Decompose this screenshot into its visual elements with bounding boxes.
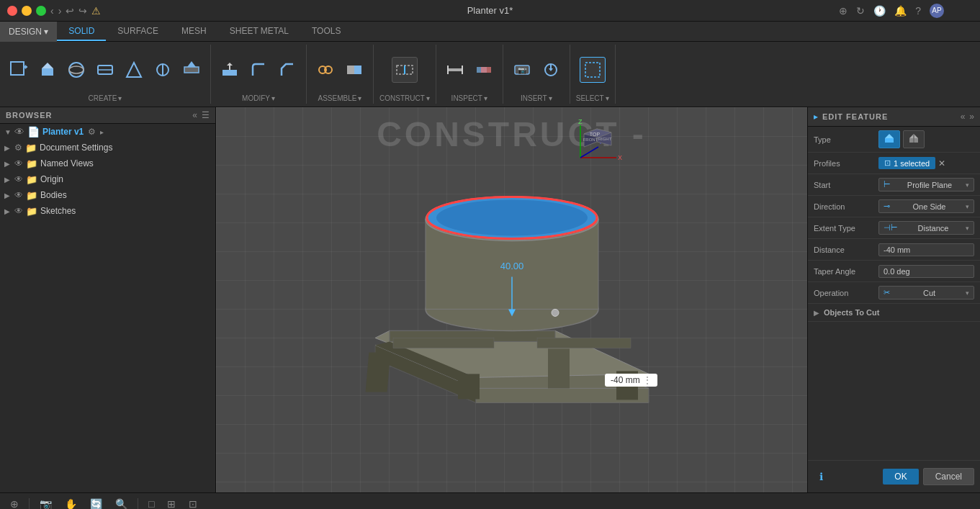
operation-dropdown[interactable]: ✂ Cut ▾: [878, 286, 974, 299]
inspect-icons: [442, 45, 497, 94]
panel-expand-icon[interactable]: ▸: [814, 112, 818, 122]
panel-collapse-icon[interactable]: «: [961, 112, 966, 122]
root-settings-icon[interactable]: ⚙: [88, 127, 96, 137]
sketches-icon: 📁: [26, 205, 37, 217]
select-label[interactable]: SELECT▾: [576, 94, 609, 104]
back-icon[interactable]: ‹: [50, 5, 54, 17]
zoom-icon[interactable]: 🔍: [112, 497, 130, 510]
taper-angle-input[interactable]: 0.0 deg: [878, 265, 974, 278]
tab-solid[interactable]: SOLID: [57, 22, 106, 41]
tab-sheet-metal[interactable]: SHEET METAL: [218, 22, 300, 41]
direction-text: One Side: [913, 202, 946, 211]
user-icon[interactable]: AP: [930, 4, 944, 18]
sidebar-item-origin[interactable]: ▶ 👁 📁 Origin: [0, 171, 215, 187]
ok-button[interactable]: OK: [883, 469, 918, 485]
redo-icon[interactable]: ↪: [78, 5, 87, 17]
insert-label[interactable]: INSERT▾: [521, 94, 552, 104]
info-icon[interactable]: ℹ: [814, 465, 829, 488]
design-dropdown[interactable]: DESIGN ▾: [0, 22, 57, 42]
sync-icon[interactable]: ↻: [856, 5, 865, 17]
modify-label[interactable]: MODIFY▾: [242, 94, 275, 104]
svg-rect-12: [184, 67, 199, 73]
pan-icon[interactable]: ✋: [62, 497, 80, 510]
extrude-icon[interactable]: [35, 57, 60, 83]
dimension-more-icon[interactable]: ⋮: [643, 375, 652, 385]
svg-rect-42: [458, 374, 480, 399]
undo-icon[interactable]: ↩: [66, 5, 74, 17]
maximize-button[interactable]: [36, 6, 46, 16]
revolve-icon[interactable]: [63, 57, 89, 83]
cancel-button[interactable]: Cancel: [923, 468, 974, 485]
new-component-icon[interactable]: [6, 57, 32, 83]
svg-rect-43: [548, 348, 570, 388]
svg-text:📷: 📷: [518, 66, 527, 75]
tab-mesh[interactable]: MESH: [170, 22, 218, 41]
window-title: Planter v1*: [467, 5, 513, 16]
display-icon[interactable]: □: [145, 497, 157, 510]
sidebar-collapse-icon[interactable]: «: [192, 110, 197, 120]
panel-menu-icon[interactable]: »: [969, 112, 974, 122]
minimize-button[interactable]: [22, 6, 32, 16]
inspect-label[interactable]: INSPECT▾: [451, 94, 487, 104]
measure-icon[interactable]: [442, 57, 468, 83]
chamfer-icon[interactable]: [274, 57, 300, 83]
assemble-icon[interactable]: [341, 57, 367, 83]
objects-to-cut-section[interactable]: ▶ Objects To Cut: [808, 304, 980, 322]
add-icon[interactable]: ⊕: [839, 5, 848, 17]
view-cube[interactable]: X Z Y TOP FRONT RIGHT: [577, 118, 620, 161]
rib-icon[interactable]: [150, 57, 176, 83]
window-left-controls: ‹ › ↩ ↪ ⚠: [7, 5, 101, 17]
create-arrow: ▾: [118, 94, 122, 102]
bell-icon[interactable]: 🔔: [894, 5, 907, 17]
sidebar-menu-icon[interactable]: ☰: [202, 110, 210, 120]
sidebar-item-bodies[interactable]: ▶ 👁 📁 Bodies: [0, 187, 215, 203]
direction-dropdown[interactable]: ⊸ One Side ▾: [878, 199, 974, 213]
sidebar-item-sketches[interactable]: ▶ 👁 📁 Sketches: [0, 203, 215, 219]
ribbon-group-select: SELECT▾: [570, 45, 616, 104]
type-extrude-icon[interactable]: [878, 130, 900, 148]
viewport[interactable]: CONSTRUCT -: [216, 107, 807, 492]
tab-tools[interactable]: TOOLS: [300, 22, 352, 41]
orbit-icon[interactable]: 🔄: [87, 497, 105, 510]
sidebar-item-named-views[interactable]: ▶ 👁 📁 Named Views: [0, 156, 215, 171]
right-panel-header: ▸ EDIT FEATURE « »: [808, 107, 980, 127]
interference-icon[interactable]: [471, 57, 497, 83]
create-label[interactable]: CREATE ▾: [89, 94, 122, 104]
root-arrow-icon[interactable]: ▸: [100, 128, 104, 136]
sweep-icon[interactable]: [92, 57, 118, 83]
clock-icon[interactable]: 🕐: [873, 5, 886, 17]
distance-input[interactable]: -40 mm: [878, 243, 974, 256]
close-button[interactable]: [7, 6, 17, 16]
joint-icon[interactable]: [313, 57, 338, 83]
root-expand-all[interactable]: ▼: [4, 128, 12, 136]
tab-surface[interactable]: SURFACE: [106, 22, 170, 41]
root-label[interactable]: Planter v1: [42, 127, 84, 137]
profiles-clear-button[interactable]: ✕: [938, 158, 945, 168]
start-dropdown[interactable]: ⊢ Profile Plane ▾: [878, 178, 974, 192]
construct-label[interactable]: CONSTRUCT▾: [379, 94, 430, 104]
eye-icon: 👁: [14, 190, 23, 200]
extent-type-dropdown[interactable]: ⊣⊢ Distance ▾: [878, 221, 974, 235]
loft-icon[interactable]: [121, 57, 147, 83]
svg-text:X: X: [618, 154, 622, 161]
insert-svg-icon[interactable]: [538, 57, 564, 83]
press-pull-icon[interactable]: [217, 57, 243, 83]
sidebar-item-document-settings[interactable]: ▶ ⚙ 📁 Document Settings: [0, 140, 215, 156]
view-icon[interactable]: ⊡: [186, 497, 200, 510]
hole-icon[interactable]: [179, 57, 204, 83]
svg-marker-70: [885, 134, 894, 138]
svg-rect-46: [537, 338, 631, 348]
forward-icon[interactable]: ›: [58, 5, 62, 17]
assemble-label[interactable]: ASSEMBLE▾: [318, 94, 362, 104]
select-icon[interactable]: [580, 57, 606, 83]
type-alt-icon[interactable]: [903, 130, 925, 148]
midplane-icon[interactable]: [392, 57, 418, 83]
camera-icon[interactable]: 📷: [37, 497, 55, 510]
fillet-icon[interactable]: [246, 57, 271, 83]
root-eye-icon[interactable]: 👁: [14, 126, 24, 138]
help-icon[interactable]: ?: [915, 5, 921, 17]
insert-derive-icon[interactable]: 📷: [509, 57, 535, 83]
profiles-selected-badge[interactable]: ⊡ 1 selected: [878, 157, 935, 169]
snap-icon[interactable]: ⊕: [7, 497, 22, 510]
grid-icon[interactable]: ⊞: [164, 497, 179, 510]
